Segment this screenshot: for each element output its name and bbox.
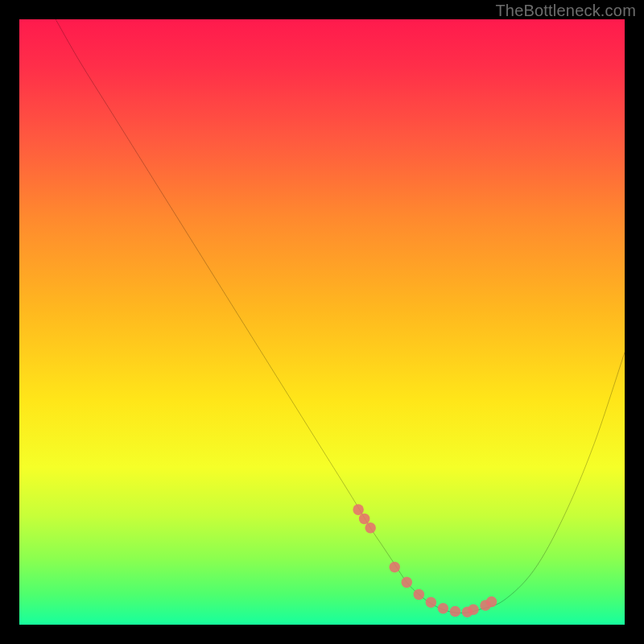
highlight-points-group: [353, 504, 497, 617]
plot-area: [19, 19, 625, 625]
highlight-point: [365, 522, 376, 534]
highlight-point: [450, 606, 461, 617]
highlight-point: [438, 603, 449, 614]
highlight-point: [359, 514, 370, 525]
highlight-point: [426, 597, 437, 608]
highlight-point: [389, 562, 400, 573]
bottleneck-curve-line: [56, 19, 625, 613]
highlight-point: [486, 597, 497, 608]
bottleneck-curve-svg: [19, 19, 625, 625]
highlight-point: [414, 589, 425, 601]
watermark-text: TheBottleneck.com: [495, 2, 636, 20]
highlight-point: [468, 604, 479, 615]
highlight-point: [402, 577, 413, 588]
highlight-point: [353, 504, 364, 515]
chart-frame: TheBottleneck.com: [0, 0, 644, 644]
